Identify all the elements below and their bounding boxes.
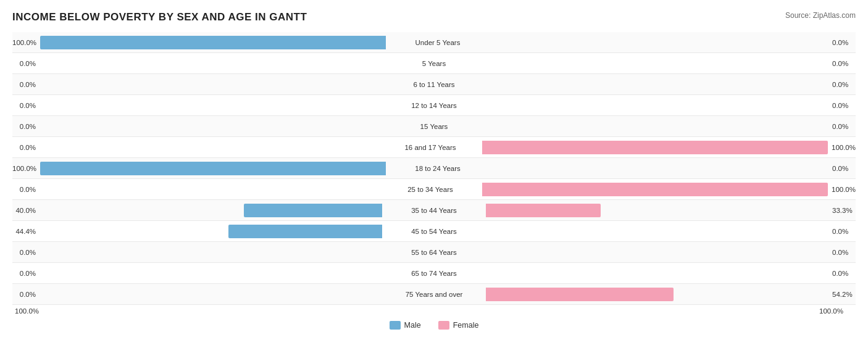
- female-value: 0.0%: [832, 60, 856, 67]
- male-value: 0.0%: [12, 291, 36, 298]
- male-value: 0.0%: [12, 123, 36, 130]
- left-bar-wrap: [40, 225, 382, 238]
- bar-row: 100.0% 18 to 24 Years 0.0%: [12, 158, 856, 179]
- left-section: 44.4%: [12, 225, 385, 238]
- age-label: 45 to 54 Years: [385, 228, 483, 235]
- age-label: 18 to 24 Years: [388, 165, 487, 172]
- male-value: 40.0%: [12, 207, 36, 214]
- female-bar: [486, 204, 601, 217]
- right-section: 54.2%: [483, 288, 856, 301]
- left-bar-wrap: [40, 78, 382, 91]
- male-value: 0.0%: [12, 102, 36, 109]
- bar-row: 40.0% 35 to 44 Years 33.3%: [12, 200, 856, 221]
- left-bar-wrap: [40, 141, 378, 154]
- chart-source: Source: ZipAtlas.com: [785, 11, 856, 20]
- left-section: 0.0%: [12, 57, 385, 70]
- female-value: 100.0%: [832, 144, 856, 151]
- left-section: 0.0%: [12, 288, 385, 301]
- right-bar-wrap: [486, 246, 828, 259]
- left-bar-wrap: [40, 288, 382, 301]
- female-value: 0.0%: [832, 81, 856, 88]
- footer-right-value: 100.0%: [819, 307, 856, 315]
- legend-male: Male: [390, 321, 421, 330]
- right-section: 0.0%: [487, 36, 856, 49]
- bar-row: 0.0% 6 to 11 Years 0.0%: [12, 74, 856, 95]
- left-section: 0.0%: [12, 120, 385, 133]
- age-label: Under 5 Years: [388, 39, 487, 46]
- male-value: 44.4%: [12, 228, 36, 235]
- age-label: 25 to 34 Years: [381, 186, 480, 193]
- right-section: 100.0%: [480, 141, 856, 154]
- bar-row: 0.0% 16 and 17 Years 100.0%: [12, 137, 856, 158]
- female-bar: [486, 288, 674, 301]
- male-value: 0.0%: [12, 144, 36, 151]
- left-bar-wrap: [40, 183, 378, 196]
- left-section: 0.0%: [12, 267, 385, 280]
- male-bar: [40, 36, 386, 49]
- right-section: 0.0%: [483, 120, 856, 133]
- chart-header: INCOME BELOW POVERTY BY SEX AND AGE IN G…: [12, 11, 856, 23]
- left-section: 0.0%: [12, 78, 385, 91]
- legend-male-label: Male: [404, 321, 421, 330]
- right-bar-wrap: [486, 267, 828, 280]
- age-label: 55 to 64 Years: [385, 249, 483, 256]
- female-value: 0.0%: [832, 102, 856, 109]
- right-section: 0.0%: [487, 162, 856, 175]
- male-value: 0.0%: [12, 249, 36, 256]
- male-value: 100.0%: [12, 39, 36, 46]
- right-bar-wrap: [486, 57, 828, 70]
- male-value: 0.0%: [12, 186, 36, 193]
- chart-footer: 100.0% 100.0%: [12, 305, 856, 315]
- left-section: 100.0%: [12, 36, 388, 49]
- age-label: 6 to 11 Years: [385, 81, 483, 88]
- age-label: 75 Years and over: [385, 291, 483, 298]
- female-value: 0.0%: [832, 123, 856, 130]
- age-label: 65 to 74 Years: [385, 270, 483, 277]
- chart-body: 100.0% Under 5 Years 0.0% 0.0% 5 Years 0…: [12, 32, 856, 315]
- left-bar-wrap: [40, 36, 386, 49]
- female-bar: [482, 183, 828, 196]
- female-value: 0.0%: [832, 165, 856, 172]
- right-bar-wrap: [490, 36, 828, 49]
- bar-row: 0.0% 65 to 74 Years 0.0%: [12, 263, 856, 284]
- right-section: 0.0%: [483, 57, 856, 70]
- right-bar-wrap: [486, 288, 828, 301]
- bar-row: 0.0% 25 to 34 Years 100.0%: [12, 179, 856, 200]
- age-label: 12 to 14 Years: [385, 102, 483, 109]
- left-section: 40.0%: [12, 204, 385, 217]
- left-section: 100.0%: [12, 162, 388, 175]
- male-value: 0.0%: [12, 270, 36, 277]
- bar-row: 0.0% 12 to 14 Years 0.0%: [12, 95, 856, 116]
- left-bar-wrap: [40, 57, 382, 70]
- legend-female: Female: [438, 321, 479, 330]
- chart-container: INCOME BELOW POVERTY BY SEX AND AGE IN G…: [0, 0, 868, 345]
- male-value: 100.0%: [12, 165, 36, 172]
- bar-row: 0.0% 5 Years 0.0%: [12, 53, 856, 74]
- left-bar-wrap: [40, 204, 382, 217]
- right-bar-wrap: [490, 162, 828, 175]
- bar-row: 0.0% 15 Years 0.0%: [12, 116, 856, 137]
- left-bar-wrap: [40, 120, 382, 133]
- left-bar-wrap: [40, 246, 382, 259]
- right-bar-wrap: [486, 120, 828, 133]
- age-label: 15 Years: [385, 123, 483, 130]
- chart-title: INCOME BELOW POVERTY BY SEX AND AGE IN G…: [12, 11, 307, 23]
- female-value: 0.0%: [832, 249, 856, 256]
- male-bar: [40, 162, 386, 175]
- female-value: 33.3%: [832, 207, 856, 214]
- right-bar-wrap: [486, 78, 828, 91]
- male-value: 0.0%: [12, 81, 36, 88]
- right-section: 0.0%: [483, 246, 856, 259]
- right-bar-wrap: [486, 99, 828, 112]
- right-section: 0.0%: [483, 99, 856, 112]
- right-section: 0.0%: [483, 267, 856, 280]
- left-bar-wrap: [40, 267, 382, 280]
- right-bar-wrap: [486, 225, 828, 238]
- right-bar-wrap: [482, 183, 828, 196]
- bar-row: 0.0% 75 Years and over 54.2%: [12, 284, 856, 305]
- legend-female-box: [438, 321, 449, 330]
- right-bar-wrap: [482, 141, 828, 154]
- chart-legend: Male Female: [12, 321, 856, 330]
- bar-row: 0.0% 55 to 64 Years 0.0%: [12, 242, 856, 263]
- age-label: 5 Years: [385, 60, 483, 67]
